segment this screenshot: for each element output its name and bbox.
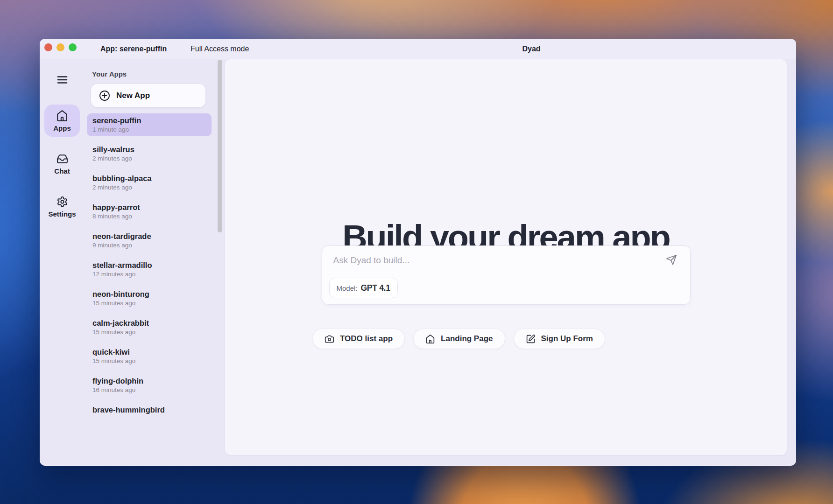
new-app-button[interactable]: New App <box>91 84 205 107</box>
titlebar-mode-label: Full Access mode <box>191 39 249 59</box>
model-value: GPT 4.1 <box>361 283 390 293</box>
main-panel: Build your dream app Ask Dyad to build..… <box>225 59 787 455</box>
camera-icon <box>325 334 334 344</box>
hamburger-icon <box>57 76 68 84</box>
sidebar-scrollbar[interactable] <box>218 60 222 232</box>
plus-circle-icon <box>99 90 110 101</box>
app-time: 16 minutes ago <box>92 386 206 394</box>
app-list-item[interactable]: quick-kiwi 15 minutes ago <box>87 345 212 368</box>
app-list-item[interactable]: brave-hummingbird <box>87 403 212 417</box>
app-list: serene-puffin 1 minute ago silly-walrus … <box>87 113 212 417</box>
titlebar: App: serene-puffin Full Access mode Dyad <box>40 39 796 59</box>
rail-item-label: Apps <box>53 124 71 132</box>
app-name: serene-puffin <box>92 116 206 126</box>
app-list-item[interactable]: serene-puffin 1 minute ago <box>87 113 212 136</box>
app-name: neon-binturong <box>92 289 206 299</box>
apps-sidebar: Your Apps New App serene-puffin 1 minute… <box>85 59 225 466</box>
app-time: 15 minutes ago <box>92 299 206 308</box>
close-window-button[interactable] <box>44 43 52 51</box>
app-time: 2 minutes ago <box>92 183 206 192</box>
rail-item-label: Settings <box>48 210 76 218</box>
zoom-window-button[interactable] <box>69 43 77 51</box>
model-label: Model: <box>337 284 358 292</box>
traffic-lights <box>44 43 77 51</box>
edit-icon <box>526 334 536 344</box>
suggestion-label: TODO list app <box>340 334 393 343</box>
app-name: flying-dolphin <box>92 376 206 386</box>
app-list-item[interactable]: neon-binturong 15 minutes ago <box>87 287 212 310</box>
suggestion-sign-up-form[interactable]: Sign Up Form <box>514 329 605 349</box>
app-name: neon-tardigrade <box>92 231 206 241</box>
nav-rail: Apps Chat <box>40 59 85 466</box>
suggestion-label: Sign Up Form <box>541 334 593 343</box>
home-icon <box>56 110 68 122</box>
app-list-item[interactable]: stellar-armadillo 12 minutes ago <box>87 258 212 281</box>
suggestion-landing-page[interactable]: Landing Page <box>413 329 505 349</box>
prompt-card: Ask Dyad to build... Model: GPT 4.1 <box>322 245 691 305</box>
prompt-input[interactable]: Ask Dyad to build... <box>333 255 410 266</box>
app-name: quick-kiwi <box>92 347 206 357</box>
app-name: brave-hummingbird <box>92 405 206 415</box>
rail-item-settings[interactable]: Settings <box>44 191 80 223</box>
app-name: happy-parrot <box>92 203 206 212</box>
suggestion-label: Landing Page <box>441 334 493 343</box>
app-list-item[interactable]: calm-jackrabbit 15 minutes ago <box>87 316 212 339</box>
suggestion-row: TODO list app Landing Page <box>312 329 605 349</box>
desktop-wallpaper: App: serene-puffin Full Access mode Dyad <box>0 0 833 504</box>
suggestion-todo-list-app[interactable]: TODO list app <box>312 329 405 349</box>
app-time: 8 minutes ago <box>92 212 206 221</box>
app-list-item[interactable]: silly-walrus 2 minutes ago <box>87 142 212 165</box>
model-picker-button[interactable]: Model: GPT 4.1 <box>329 278 398 298</box>
menu-button[interactable] <box>56 75 69 85</box>
app-list-item[interactable]: happy-parrot 8 minutes ago <box>87 200 212 223</box>
app-time: 15 minutes ago <box>92 328 206 336</box>
window-title: Dyad <box>522 39 540 59</box>
minimize-window-button[interactable] <box>56 43 64 51</box>
inbox-icon <box>56 153 68 165</box>
app-time: 12 minutes ago <box>92 270 206 279</box>
app-time: 9 minutes ago <box>92 241 206 250</box>
rail-item-apps[interactable]: Apps <box>44 105 80 137</box>
new-app-label: New App <box>116 91 150 100</box>
app-time: 2 minutes ago <box>92 154 206 163</box>
app-list-item[interactable]: neon-tardigrade 9 minutes ago <box>87 229 212 252</box>
app-list-item[interactable]: flying-dolphin 16 minutes ago <box>87 374 212 397</box>
titlebar-app-label: App: serene-puffin <box>100 39 167 59</box>
app-name: silly-walrus <box>92 145 206 154</box>
home-icon <box>425 334 435 344</box>
app-time: 15 minutes ago <box>92 357 206 365</box>
app-name: bubbling-alpaca <box>92 174 206 183</box>
dyad-window: App: serene-puffin Full Access mode Dyad <box>40 39 796 466</box>
send-icon <box>666 254 677 266</box>
sidebar-section-title: Your Apps <box>87 70 212 78</box>
gear-icon <box>56 196 68 208</box>
app-time: 1 minute ago <box>92 126 206 134</box>
app-list-item[interactable]: bubbling-alpaca 2 minutes ago <box>87 171 212 194</box>
send-button[interactable] <box>665 253 678 266</box>
rail-item-chat[interactable]: Chat <box>44 148 80 180</box>
rail-item-label: Chat <box>54 167 70 175</box>
app-name: stellar-armadillo <box>92 260 206 270</box>
app-name: calm-jackrabbit <box>92 318 206 328</box>
